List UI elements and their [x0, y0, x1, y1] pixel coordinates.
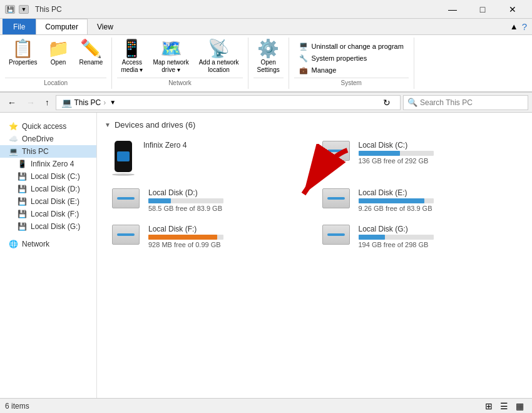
open-button[interactable]: 📁 Open [44, 39, 73, 68]
sidebar-item-quick-access[interactable]: ⭐ Quick access [0, 120, 96, 133]
infinix-drive-info: Infinix Zero 4 [143, 141, 307, 151]
g-drive-bar-container [359, 235, 434, 240]
system-props-button[interactable]: 🔧 System properties [295, 53, 407, 64]
local-c-sidebar-icon: 💾 [18, 172, 27, 181]
ribbon-collapse-button[interactable]: ▲ [510, 22, 518, 31]
address-refresh-button[interactable]: ↻ [379, 95, 395, 110]
search-icon: 🔍 [407, 98, 417, 107]
drive-item-f[interactable]: Local Disk (F:) 928 MB free of 0.99 GB [105, 218, 315, 255]
tab-view[interactable]: View [88, 19, 123, 34]
sidebar-item-local-c[interactable]: 💾 Local Disk (C:) [0, 170, 96, 183]
c-drive-bar-container [359, 151, 434, 156]
properties-button[interactable]: 📋 Properties [5, 39, 41, 68]
quick-access-customize[interactable]: ▼ [19, 5, 29, 14]
details-view-button[interactable]: ☰ [497, 399, 511, 413]
network-sidebar-icon: 🌐 [9, 240, 18, 248]
address-crumb-thispc: This PC [74, 98, 101, 107]
address-input-box[interactable]: 💻 This PC › ▼ ↻ [56, 95, 401, 110]
e-drive-name: Local Disk (E:) [359, 188, 518, 197]
drive-item-c[interactable]: Local Disk (C:) 136 GB free of 292 GB [315, 135, 525, 182]
properties-icon: 📋 [12, 40, 34, 58]
local-e-sidebar-icon: 💾 [18, 197, 27, 206]
content-area: ▼ Devices and drives (6) [97, 113, 532, 398]
quick-access-save[interactable]: 💾 [5, 5, 15, 14]
close-button[interactable]: ✕ [498, 0, 527, 19]
d-drive-name: Local Disk (D:) [148, 188, 307, 197]
section-collapse-arrow: ▼ [105, 121, 111, 128]
drives-grid: Infinix Zero 4 Local Disk (C:) 136 GB fr… [97, 132, 532, 257]
local-g-sidebar-icon: 💾 [18, 222, 27, 231]
ribbon-group-system: 🖥️ Uninstall or change a program 🔧 Syste… [289, 38, 414, 89]
access-media-icon: 📱 [121, 40, 143, 58]
g-drive-info: Local Disk (G:) 194 GB free of 298 GB [359, 225, 518, 248]
opensettings-group-label [253, 78, 284, 88]
c-drive-info: Local Disk (C:) 136 GB free of 292 GB [359, 141, 518, 165]
back-button[interactable]: ← [4, 95, 20, 110]
status-item-count: 6 items [5, 402, 29, 410]
quick-access-icon: ⭐ [9, 122, 18, 131]
drive-item-infinix[interactable]: Infinix Zero 4 [105, 135, 315, 182]
this-pc-icon: 💻 [9, 147, 18, 156]
network-group-label: Network [117, 78, 242, 88]
d-drive-free: 58.5 GB free of 83.9 GB [148, 205, 307, 212]
minimize-button[interactable]: — [438, 0, 467, 19]
maximize-button[interactable]: □ [468, 0, 497, 19]
f-drive-bar-container [148, 235, 223, 240]
open-icon: 📁 [48, 40, 69, 58]
ribbon-group-location: 📋 Properties 📁 Open ✏️ Rename Location [0, 38, 112, 89]
f-drive-bar [148, 235, 217, 240]
f-drive-info: Local Disk (F:) 928 MB free of 0.99 GB [148, 225, 307, 248]
onedrive-icon: ☁️ [9, 135, 18, 143]
window-title: This PC [35, 5, 62, 14]
tab-file[interactable]: File [3, 19, 36, 34]
manage-button[interactable]: 💼 Manage [295, 65, 407, 76]
ribbon-group-system-open: ⚙️ OpenSettings [248, 38, 289, 89]
ribbon-group-network: 📱 Accessmedia ▾ 🗺️ Map networkdrive ▾ 📡 … [112, 38, 248, 89]
sidebar-item-local-g[interactable]: 💾 Local Disk (G:) [0, 220, 96, 233]
main-area: ⭐ Quick access ☁️ OneDrive 💻 This PC 📱 I… [0, 113, 532, 398]
f-drive-name: Local Disk (F:) [148, 225, 307, 233]
drive-item-e[interactable]: Local Disk (E:) 9.26 GB free of 83.9 GB [315, 182, 525, 218]
sidebar-item-network[interactable]: 🌐 Network [0, 238, 96, 250]
ribbon-toolbar: 📋 Properties 📁 Open ✏️ Rename Location 📱… [0, 35, 532, 93]
drive-item-d[interactable]: Local Disk (D:) 58.5 GB free of 83.9 GB [105, 182, 315, 218]
search-box[interactable]: 🔍 [403, 95, 528, 110]
help-button[interactable]: ? [522, 21, 527, 32]
location-group-label: Location [5, 78, 106, 88]
map-network-icon: 🗺️ [160, 40, 182, 58]
system-group-label: System [294, 78, 409, 88]
sidebar-item-this-pc[interactable]: 💻 This PC [0, 145, 96, 158]
sidebar-item-onedrive[interactable]: ☁️ OneDrive [0, 133, 96, 145]
sidebar-item-local-e[interactable]: 💾 Local Disk (E:) [0, 195, 96, 208]
add-network-button[interactable]: 📡 Add a networklocation [195, 39, 243, 75]
uninstall-button[interactable]: 🖥️ Uninstall or change a program [295, 41, 407, 52]
g-drive-free: 194 GB free of 298 GB [359, 241, 518, 248]
open-settings-button[interactable]: ⚙️ OpenSettings [253, 39, 284, 75]
ribbon-tabs: File Computer View ▲ ? [0, 19, 532, 35]
c-drive-bar [359, 151, 400, 156]
drive-item-g[interactable]: Local Disk (G:) 194 GB free of 298 GB [315, 218, 525, 255]
rename-button[interactable]: ✏️ Rename [76, 39, 107, 68]
rename-icon: ✏️ [80, 40, 102, 58]
e-drive-bar [359, 198, 425, 203]
sidebar-item-local-f[interactable]: 💾 Local Disk (F:) [0, 208, 96, 220]
forward-button[interactable]: → [23, 95, 39, 110]
up-button[interactable]: ↑ [41, 95, 53, 110]
list-view-button[interactable]: ▦ [513, 399, 527, 413]
large-icons-view-button[interactable]: ⊞ [482, 399, 496, 413]
tab-computer[interactable]: Computer [36, 19, 88, 34]
d-drive-bar-container [148, 198, 223, 203]
address-dropdown-button[interactable]: ▼ [108, 98, 117, 107]
g-drive-bar [359, 235, 385, 240]
d-drive-bar [148, 198, 171, 203]
title-bar: 💾 ▼ This PC — □ ✕ [0, 0, 532, 19]
infinix-sidebar-icon: 📱 [18, 160, 27, 168]
sidebar: ⭐ Quick access ☁️ OneDrive 💻 This PC 📱 I… [0, 113, 97, 398]
search-input[interactable] [420, 98, 524, 107]
section-title: Devices and drives (6) [115, 120, 195, 130]
sidebar-item-local-d[interactable]: 💾 Local Disk (D:) [0, 183, 96, 195]
sidebar-item-infinix[interactable]: 📱 Infinix Zero 4 [0, 158, 96, 170]
drives-section-header[interactable]: ▼ Devices and drives (6) [97, 118, 532, 132]
access-media-button[interactable]: 📱 Accessmedia ▾ [117, 39, 146, 75]
map-network-button[interactable]: 🗺️ Map networkdrive ▾ [149, 39, 192, 75]
